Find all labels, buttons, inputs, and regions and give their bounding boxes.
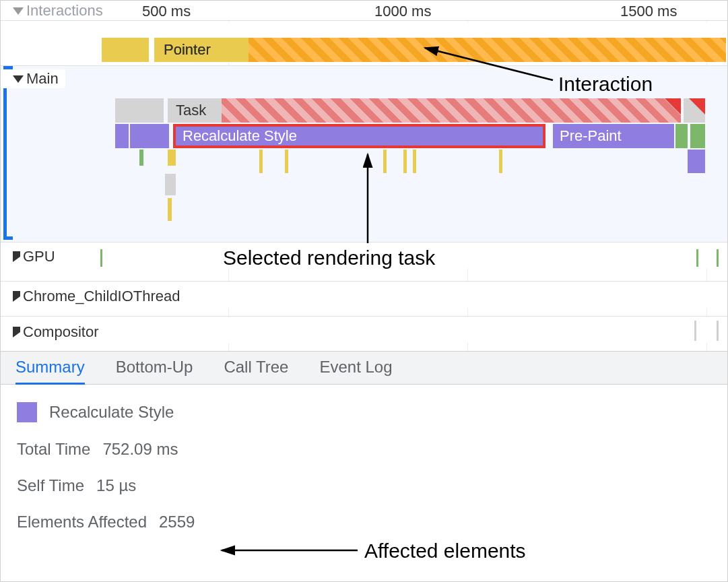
yellow-tick[interactable] [403, 150, 407, 173]
yellow-tick[interactable] [383, 150, 387, 173]
summary-title: Recalculate Style [49, 403, 174, 422]
childio-track-header[interactable]: Chrome_ChildIOThread [1, 287, 180, 306]
green-sliver[interactable] [690, 124, 705, 148]
interactions-track-header[interactable]: Interactions [1, 1, 103, 20]
annotation-interaction: Interaction [558, 73, 653, 96]
chevron-right-icon [13, 291, 20, 302]
chevron-down-icon [13, 75, 24, 83]
pre-paint-bar[interactable]: Pre-Paint [553, 124, 674, 148]
pointer-whisker-left [102, 38, 149, 62]
interactions-track[interactable]: Pointer Pointer [1, 22, 727, 63]
chevron-down-icon [13, 7, 24, 15]
chevron-right-icon [13, 251, 20, 262]
ruler-tick-1500: 1500 ms [620, 3, 677, 20]
annotation-affected-elements: Affected elements [364, 540, 526, 562]
tab-event-log[interactable]: Event Log [319, 351, 392, 385]
details-tabs: Summary Bottom-Up Call Tree Event Log [1, 351, 727, 385]
ruler-tick-1000: 1000 ms [374, 3, 431, 20]
tab-call-tree[interactable]: Call Tree [224, 351, 288, 385]
green-sliver[interactable] [675, 124, 688, 148]
main-track-header[interactable]: Main [1, 69, 65, 88]
elements-affected-value: 2559 [159, 513, 195, 531]
purple-tick[interactable] [688, 150, 705, 173]
long-task-indicator-icon [689, 98, 705, 115]
elements-affected-label: Elements Affected [17, 513, 147, 531]
self-time-value: 15 µs [96, 476, 136, 495]
tab-bottom-up[interactable]: Bottom-Up [116, 351, 193, 385]
yellow-tick[interactable] [168, 198, 172, 221]
task-fragment-gray[interactable] [115, 98, 164, 123]
time-ruler: 500 ms 1000 ms 1500 ms [1, 1, 727, 21]
annotation-selected-task: Selected rendering task [223, 247, 435, 269]
yellow-tick[interactable] [285, 150, 288, 173]
main-track-marker [3, 66, 7, 240]
ruler-tick-500: 500 ms [142, 3, 191, 20]
yellow-tick[interactable] [168, 150, 176, 166]
compositor-track[interactable] [1, 316, 727, 343]
green-tick[interactable] [139, 150, 143, 166]
yellow-tick[interactable] [413, 150, 416, 173]
yellow-tick[interactable] [259, 150, 263, 173]
pointer-bar-hatched [249, 38, 726, 62]
chevron-right-icon [13, 327, 20, 337]
recalculate-style-bar[interactable]: Recalculate Style [173, 124, 545, 148]
total-time-label: Total Time [17, 440, 90, 459]
summary-swatch [17, 402, 37, 422]
long-task-indicator-icon [665, 98, 681, 115]
compositor-track-header[interactable]: Compositor [1, 323, 98, 342]
gpu-track-header[interactable]: GPU [1, 247, 55, 266]
interactions-label: Interactions [26, 2, 103, 20]
yellow-tick[interactable] [499, 150, 502, 173]
purple-sliver[interactable] [115, 124, 129, 148]
gray-tick[interactable] [165, 174, 176, 195]
task-hatched[interactable] [222, 98, 681, 123]
total-time-value: 752.09 ms [102, 440, 178, 459]
tab-summary[interactable]: Summary [15, 351, 85, 385]
purple-fragment[interactable] [130, 124, 169, 148]
self-time-label: Self Time [17, 476, 84, 495]
